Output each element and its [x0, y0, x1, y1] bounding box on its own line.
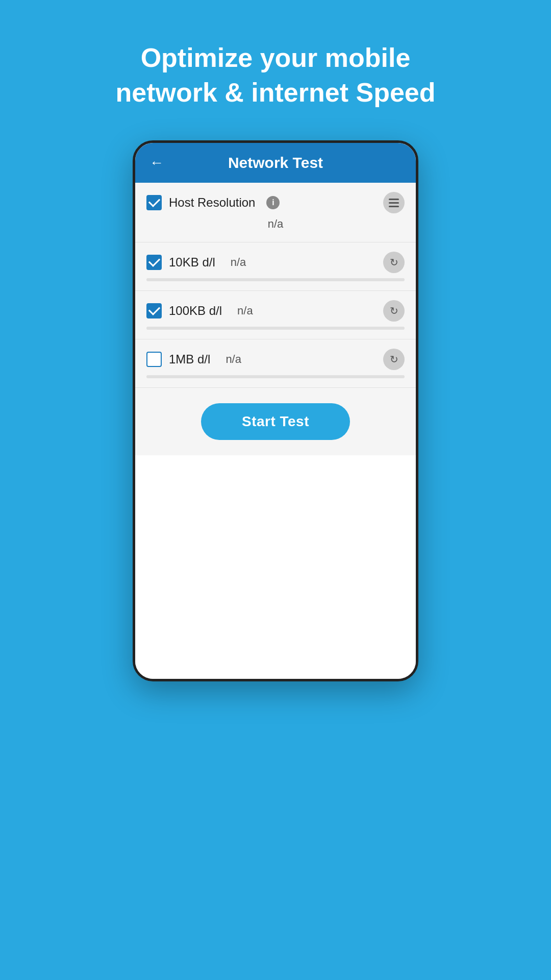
1mb-checkbox[interactable] [146, 352, 162, 367]
10kb-label: 10KB d/l [169, 255, 215, 270]
host-resolution-info-icon[interactable]: i [266, 196, 280, 209]
100kb-label: 100KB d/l [169, 304, 222, 318]
screen-title: Network Test [228, 154, 323, 172]
100kb-refresh-icon[interactable]: ↻ [383, 300, 405, 322]
1mb-progress-bar [146, 375, 405, 378]
1mb-value: n/a [226, 353, 241, 366]
100kb-progress-bar [146, 327, 405, 330]
1mb-item: 1MB d/l n/a ↻ [135, 339, 416, 388]
100kb-item: 100KB d/l n/a ↻ [135, 291, 416, 339]
10kb-value: n/a [231, 256, 246, 269]
host-resolution-menu-icon[interactable] [383, 192, 405, 213]
1mb-refresh-icon[interactable]: ↻ [383, 349, 405, 370]
app-tagline: Optimize your mobile network & internet … [75, 41, 477, 110]
content-area: Host Resolution i n/a 10KB d/l [135, 183, 416, 455]
10kb-progress-bar [146, 278, 405, 281]
start-test-button[interactable]: Start Test [201, 403, 350, 440]
host-resolution-value: n/a [146, 217, 405, 233]
10kb-refresh-icon[interactable]: ↻ [383, 252, 405, 273]
100kb-checkbox[interactable] [146, 303, 162, 318]
host-resolution-checkbox[interactable] [146, 195, 162, 210]
host-resolution-label: Host Resolution [169, 195, 255, 210]
app-toolbar: ← Network Test [135, 143, 416, 183]
10kb-checkbox[interactable] [146, 255, 162, 270]
host-resolution-item: Host Resolution i n/a [135, 183, 416, 242]
start-test-container: Start Test [135, 388, 416, 455]
10kb-item: 10KB d/l n/a ↻ [135, 242, 416, 291]
menu-lines [389, 199, 399, 207]
phone-body [135, 455, 416, 679]
100kb-value: n/a [237, 304, 253, 317]
phone-frame: ← Network Test Host Resolution i [133, 140, 418, 681]
1mb-label: 1MB d/l [169, 352, 210, 366]
back-button[interactable]: ← [149, 155, 164, 171]
